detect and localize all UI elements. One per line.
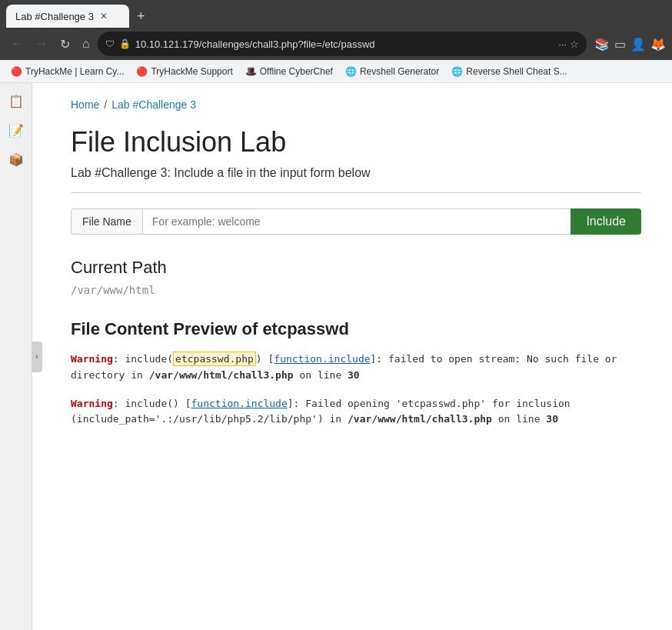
bookmark-revshell-icon: 🌐: [345, 66, 357, 77]
warning-2-pre: : include() [: [113, 398, 191, 409]
firefox-icon: 🦊: [650, 37, 666, 52]
include-button[interactable]: Include: [571, 208, 641, 235]
bookmark-reversecheat[interactable]: 🌐 Reverse Shell Cheat S...: [447, 65, 571, 78]
library-icon[interactable]: 📚: [594, 37, 610, 52]
divider: [71, 192, 641, 193]
breadcrumb: Home / Lab #Challenge 3: [71, 98, 641, 111]
warning-label-1: Warning: [71, 353, 113, 365]
tab-bar: Lab #Challenge 3 ✕ +: [0, 0, 672, 28]
new-tab-button[interactable]: +: [132, 8, 150, 25]
bookmark-tryhackme[interactable]: 🔴 TryHackMe | Learn Cy...: [6, 65, 128, 78]
back-button[interactable]: ←: [6, 34, 28, 54]
warning-label-2: Warning: [71, 398, 113, 409]
account-icon[interactable]: 👤: [630, 37, 646, 52]
active-tab[interactable]: Lab #Challenge 3 ✕: [6, 5, 129, 28]
address-input[interactable]: [135, 38, 554, 50]
warning-2-line: 30: [546, 413, 558, 425]
sidebar-icon[interactable]: ▭: [614, 37, 626, 52]
reload-button[interactable]: ↻: [55, 34, 75, 55]
warning-1-pre: : include(: [113, 353, 173, 365]
browser-chrome: Lab #Challenge 3 ✕ + ← → ↻ ⌂ 🛡 🔒 ··· ☆ 📚…: [0, 0, 672, 83]
bookmark-tryhackme-icon: 🔴: [11, 66, 22, 77]
bookmark-cyberchef[interactable]: 🎩 Offline CyberChef: [241, 65, 338, 78]
side-panel-icon-2[interactable]: 📦: [5, 148, 28, 171]
page-subtitle: Lab #Challenge 3: Include a file in the …: [71, 166, 641, 180]
preview-title-bold: etcpasswd: [262, 319, 349, 338]
current-path-value: /var/www/html: [71, 284, 641, 296]
current-path-heading: Current Path: [71, 258, 641, 278]
page-title: File Inclusion Lab: [71, 126, 641, 158]
bookmarks-bar: 🔴 TryHackMe | Learn Cy... 🔴 TryHackMe Su…: [0, 60, 672, 83]
nav-bar: ← → ↻ ⌂ 🛡 🔒 ··· ☆ 📚 ▭ 👤 🦊: [0, 28, 672, 60]
page-wrapper: 📋 📝 📦 ‹ Home / Lab #Challenge 3 File Inc…: [0, 83, 672, 471]
side-panel: 📋 📝 📦 ‹: [0, 83, 32, 471]
breadcrumb-home[interactable]: Home: [71, 98, 99, 111]
home-button[interactable]: ⌂: [78, 34, 95, 54]
tab-title: Lab #Challenge 3: [15, 11, 94, 22]
warning-1-highlight: etcpasswd.php: [173, 352, 256, 366]
security-icon: 🛡: [105, 38, 115, 49]
side-panel-icon-1[interactable]: 📝: [5, 118, 28, 142]
warning-1-bracket: ) [: [256, 353, 274, 365]
tab-close-button[interactable]: ✕: [100, 11, 108, 22]
file-name-input[interactable]: [142, 208, 571, 235]
bookmark-revshell[interactable]: 🌐 Revshell Generator: [341, 65, 444, 78]
side-panel-icon-0[interactable]: 📋: [5, 89, 28, 112]
bookmark-reversecheat-icon: 🌐: [451, 66, 463, 77]
bookmark-support-icon: 🔴: [136, 66, 148, 77]
warning-1-path: /var/www/html/chall3.php: [149, 369, 294, 381]
breadcrumb-separator: /: [104, 98, 107, 111]
warning-block-2: Warning: include() [function.include]: F…: [71, 396, 641, 428]
forward-button[interactable]: →: [31, 34, 52, 54]
bookmark-cyberchef-icon: 🎩: [245, 66, 257, 77]
warning-1-line: 30: [348, 369, 360, 381]
main-content: Home / Lab #Challenge 3 File Inclusion L…: [32, 83, 672, 471]
warning-block-1: Warning: include(etcpasswd.php) [functio…: [71, 352, 641, 384]
bookmark-icon[interactable]: ☆: [570, 38, 579, 50]
warning-2-link[interactable]: function.include: [191, 398, 288, 409]
address-bar-actions: ··· ☆: [558, 38, 579, 50]
preview-title-prefix: File Content Preview of: [71, 319, 262, 338]
side-panel-toggle[interactable]: ‹: [32, 342, 42, 372]
warning-2-online: on line: [492, 413, 546, 425]
file-name-label: File Name: [71, 208, 142, 235]
warning-2-path: /var/www/html/chall3.php: [348, 413, 492, 425]
lock-icon: 🔒: [119, 38, 131, 49]
bookmark-support[interactable]: 🔴 TryHackMe Support: [131, 65, 237, 78]
breadcrumb-current: Lab #Challenge 3: [111, 98, 196, 111]
address-bar-wrapper: 🛡 🔒 ··· ☆: [98, 32, 587, 56]
preview-title: File Content Preview of etcpasswd: [71, 319, 641, 339]
browser-extra-icons: 📚 ▭ 👤 🦊: [594, 37, 666, 52]
warning-1-online: on line: [294, 369, 348, 381]
file-form: File Name Include: [71, 208, 641, 235]
warning-1-link[interactable]: function.include: [274, 353, 370, 365]
more-icon[interactable]: ···: [558, 38, 567, 50]
